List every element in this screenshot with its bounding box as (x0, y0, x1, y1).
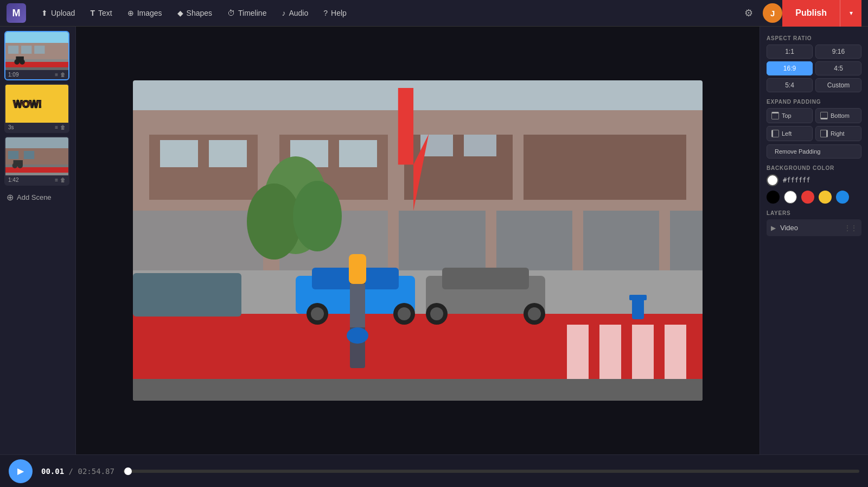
aspect-1-1-button[interactable]: 1:1 (767, 45, 813, 59)
images-icon: ⊕ (127, 9, 134, 17)
scene-1-time: 1:09 (8, 72, 18, 78)
app-logo[interactable]: M (7, 3, 26, 23)
color-swatches (767, 191, 861, 204)
scene-1-bar: 1:09 ≡ 🗑 (5, 70, 68, 79)
svg-rect-7 (160, 140, 198, 167)
time-display: 00.01 / 02:54.87 (41, 467, 114, 476)
color-black-swatch[interactable] (767, 191, 780, 204)
text-icon: T (90, 9, 95, 17)
scene-3-menu-icon[interactable]: ≡ (55, 177, 58, 183)
aspect-ratio-section: ASPECT RATIO 1:1 9:16 16:9 4:5 5:4 Custo… (767, 35, 861, 92)
main: 1:09 ≡ 🗑 3s ≡ 🗑 1:42 (0, 27, 868, 454)
padding-top-button[interactable]: Top (767, 108, 813, 123)
scene-thumbnail-2[interactable]: 3s ≡ 🗑 (4, 84, 69, 133)
background-color-section: BACKGROUND COLOR #ffffff (767, 165, 861, 204)
svg-point-21 (293, 181, 342, 251)
shapes-button[interactable]: ◆ Shapes (171, 5, 219, 21)
padding-right-label: Right (831, 130, 845, 137)
layers-title: LAYERS (767, 210, 861, 216)
scene-1-menu-icon[interactable]: ≡ (55, 72, 58, 78)
expand-padding-title: EXPAND PADDING (767, 99, 861, 105)
images-button[interactable]: ⊕ Images (121, 5, 169, 21)
text-button[interactable]: T Text (84, 5, 118, 21)
padding-grid: Top Bottom Left Right (767, 108, 861, 141)
aspect-custom-button[interactable]: Custom (815, 78, 861, 92)
current-color-display[interactable]: #ffffff (767, 174, 861, 186)
padding-bottom-icon (820, 112, 828, 119)
padding-top-icon (771, 112, 779, 119)
publish-dropdown-button[interactable]: ▾ (840, 0, 861, 27)
aspect-5-4-button[interactable]: 5:4 (767, 78, 813, 92)
video-canvas[interactable] (133, 80, 703, 401)
svg-rect-10 (339, 140, 377, 167)
svg-rect-28 (665, 325, 686, 379)
color-white-swatch[interactable] (784, 191, 797, 204)
remove-padding-button[interactable]: Remove Padding (767, 144, 861, 159)
scene-svg (133, 80, 703, 401)
shapes-icon: ◆ (177, 9, 183, 17)
right-panel: ASPECT RATIO 1:1 9:16 16:9 4:5 5:4 Custo… (760, 27, 868, 454)
scene-1-icons: ≡ 🗑 (55, 72, 66, 78)
padding-left-button[interactable]: Left (767, 126, 813, 141)
svg-point-41 (528, 307, 541, 320)
scene-2-menu-icon[interactable]: ≡ (55, 124, 58, 130)
svg-point-20 (247, 184, 301, 260)
topbar-right: ⚙ J (739, 3, 782, 23)
aspect-ratio-grid: 1:1 9:16 16:9 4:5 5:4 Custom (767, 45, 861, 92)
scene-thumbnail-3[interactable]: 1:42 ≡ 🗑 (4, 136, 69, 186)
current-color-hex: #ffffff (783, 176, 810, 184)
scene-2-preview (5, 85, 68, 123)
aspect-16-9-button[interactable]: 16:9 (767, 61, 813, 75)
scene-3-trash-icon[interactable]: 🗑 (60, 177, 66, 183)
upload-button[interactable]: ⬆ Upload (35, 5, 81, 21)
svg-rect-29 (133, 379, 703, 401)
padding-left-icon (771, 130, 779, 137)
scene-1-preview (5, 32, 68, 70)
padding-top-label: Top (782, 112, 792, 119)
color-yellow-swatch[interactable] (819, 191, 832, 204)
layers-section: LAYERS ▶ Video ⋮⋮ (767, 210, 861, 236)
timeline-playhead[interactable] (124, 467, 132, 475)
svg-rect-6 (524, 135, 686, 200)
aspect-4-5-button[interactable]: 4:5 (815, 61, 861, 75)
scene-2-time: 3s (8, 124, 14, 130)
canvas-area (76, 27, 760, 454)
help-button[interactable]: ? Help (317, 5, 353, 21)
timeline-track[interactable] (123, 470, 859, 473)
padding-left-label: Left (782, 130, 792, 137)
settings-button[interactable]: ⚙ (739, 3, 758, 23)
timeline-button[interactable]: ⏱ Timeline (221, 5, 273, 21)
svg-point-33 (311, 307, 324, 320)
svg-point-35 (398, 307, 411, 320)
padding-bottom-button[interactable]: Bottom (815, 108, 861, 123)
publish-button[interactable]: Publish (782, 0, 840, 27)
scene-3-icons: ≡ 🗑 (55, 177, 66, 183)
publish-area: Publish ▾ (782, 0, 861, 27)
video-play-icon: ▶ (771, 224, 776, 232)
add-scene-button[interactable]: ⊕ Add Scene (4, 189, 71, 206)
scene-2-icons: ≡ 🗑 (55, 124, 66, 130)
play-button[interactable]: ▶ (9, 459, 33, 483)
scene-2-trash-icon[interactable]: 🗑 (60, 124, 66, 130)
remove-padding-label: Remove Padding (775, 148, 820, 155)
color-blue-swatch[interactable] (836, 191, 849, 204)
svg-rect-42 (133, 273, 241, 317)
color-red-swatch[interactable] (801, 191, 814, 204)
current-color-swatch (767, 174, 778, 186)
timeline-icon: ⏱ (227, 9, 235, 17)
layer-video-item[interactable]: ▶ Video ⋮⋮ (767, 219, 861, 236)
padding-bottom-label: Bottom (831, 112, 850, 119)
scene-thumbnail-1[interactable]: 1:09 ≡ 🗑 (4, 31, 69, 80)
avatar[interactable]: J (763, 3, 782, 23)
topbar: M ⬆ Upload T Text ⊕ Images ◆ Shapes ⏱ Ti… (0, 0, 868, 27)
current-time: 00.01 (41, 467, 64, 476)
add-scene-label: Add Scene (17, 193, 52, 201)
expand-padding-section: EXPAND PADDING Top Bottom Left Right (767, 99, 861, 159)
audio-icon: ♪ (282, 9, 285, 17)
scene-1-trash-icon[interactable]: 🗑 (60, 72, 66, 78)
audio-button[interactable]: ♪ Audio (275, 5, 315, 21)
padding-right-button[interactable]: Right (815, 126, 861, 141)
aspect-9-16-button[interactable]: 9:16 (815, 45, 861, 59)
layer-handle-icon: ⋮⋮ (844, 224, 857, 232)
time-separator: / (69, 467, 78, 476)
